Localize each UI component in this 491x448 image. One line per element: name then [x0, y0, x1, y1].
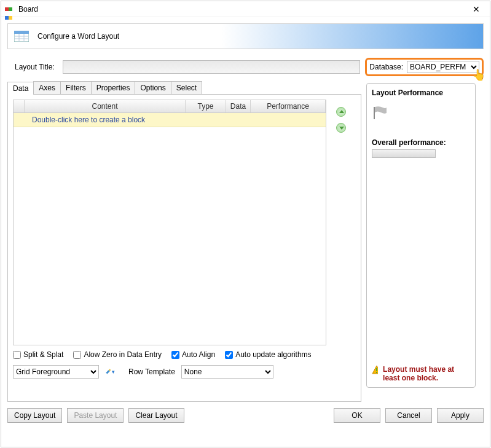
svg-rect-1	[14, 31, 29, 34]
tab-strip: Data Axes Filters Properties Options Sel…	[7, 81, 361, 95]
auto-update-checkbox[interactable]: Auto update algorithms	[225, 350, 311, 359]
database-label: Database:	[369, 63, 403, 71]
row-template-select[interactable]: None	[181, 365, 273, 379]
titlebar: Board ✕	[1, 1, 490, 17]
database-select[interactable]: BOARD_PERFM	[407, 61, 479, 73]
performance-bar	[372, 149, 436, 158]
paste-layout-button[interactable]: Paste Layout	[67, 408, 124, 423]
create-block-row[interactable]: Double-click here to create a block	[14, 113, 326, 127]
warning-icon	[372, 365, 378, 375]
svg-rect-7	[374, 107, 375, 119]
col-performance: Performance	[251, 100, 326, 112]
performance-title: Layout Performance	[372, 88, 470, 97]
apply-button[interactable]: Apply	[437, 408, 484, 423]
grid-foreground-select[interactable]: Grid Foreground	[13, 365, 99, 379]
header-subtitle: Configure a Word Layout	[37, 32, 119, 41]
flag-icon	[372, 106, 388, 119]
warning-message: Layout must have at least one block.	[372, 365, 464, 382]
tab-axes[interactable]: Axes	[33, 81, 61, 94]
tab-data[interactable]: Data	[7, 82, 34, 95]
move-down-button[interactable]	[336, 123, 346, 133]
cancel-button[interactable]: Cancel	[385, 408, 432, 423]
layout-title-input[interactable]	[63, 60, 360, 74]
grid-header: Content Type Data Performance	[14, 100, 326, 113]
board-dialog: Board ✕ Configure a Word Layout Layout T…	[1, 1, 490, 447]
auto-align-checkbox[interactable]: Auto Align	[171, 350, 215, 359]
col-data: Data	[226, 100, 251, 112]
col-type: Type	[186, 100, 226, 112]
overall-performance-label: Overall performance:	[372, 138, 470, 147]
footer: Copy Layout Paste Layout Clear Layout OK…	[7, 408, 484, 423]
tab-filters[interactable]: Filters	[60, 81, 92, 94]
tab-options[interactable]: Options	[135, 81, 171, 94]
move-up-button[interactable]	[336, 107, 346, 117]
layout-icon	[14, 31, 29, 42]
close-icon[interactable]: ✕	[466, 4, 486, 14]
tab-select[interactable]: Select	[171, 81, 202, 94]
app-icon	[5, 4, 15, 14]
performance-panel: Layout Performance Overall performance: …	[366, 83, 476, 388]
ok-button[interactable]: OK	[334, 408, 380, 423]
format-brush-icon[interactable]: ▾	[105, 367, 115, 377]
block-grid: Content Type Data Performance Double-cli…	[13, 100, 326, 345]
copy-layout-button[interactable]: Copy Layout	[7, 408, 62, 423]
col-content: Content	[25, 100, 186, 112]
clear-layout-button[interactable]: Clear Layout	[128, 408, 184, 423]
window-title: Board	[18, 5, 466, 14]
split-splat-checkbox[interactable]: Split & Splat	[13, 350, 63, 359]
svg-rect-8	[376, 368, 377, 371]
layout-title-label: Layout Title:	[15, 63, 58, 71]
header-banner: Configure a Word Layout	[7, 23, 484, 49]
tab-panel: Content Type Data Performance Double-cli…	[7, 95, 361, 402]
database-highlight: Database: BOARD_PERFM 👆	[365, 58, 484, 76]
tab-properties[interactable]: Properties	[91, 81, 136, 94]
row-template-label: Row Template	[128, 367, 175, 376]
svg-rect-9	[376, 372, 377, 373]
allow-zero-checkbox[interactable]: Alow Zero in Data Entry	[73, 350, 162, 359]
